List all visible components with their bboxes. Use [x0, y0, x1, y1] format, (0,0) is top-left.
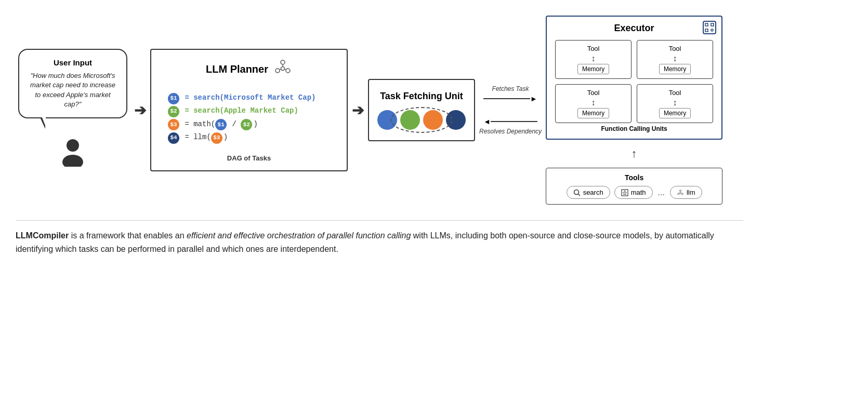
tool-memory-unit-1: Tool ↕ Memory	[555, 40, 632, 79]
svg-point-1	[62, 155, 83, 167]
tfu-title: Task Fetching Unit	[377, 90, 466, 102]
molecule-icon	[273, 58, 292, 80]
tool-grid: Tool ↕ Memory Tool ↕ Memory Tool ↕ Memor…	[555, 40, 713, 123]
user-input-section: User Input "How much does Microsoft's ma…	[16, 49, 130, 171]
code-line-3: $3 = math($1 / $2)	[168, 118, 330, 131]
svg-rect-11	[705, 29, 708, 32]
tool-memory-arrow-3: ↕	[560, 99, 627, 107]
tool-search: search	[567, 186, 610, 199]
dots-separator: ...	[657, 188, 666, 197]
math-icon	[621, 189, 628, 196]
var3-circle: $3	[168, 119, 179, 130]
code-line-1: $1 = search(Microsoft Market Cap)	[168, 91, 330, 104]
svg-point-2	[281, 60, 285, 64]
svg-point-24	[681, 193, 683, 194]
tfu-executor-arrows: Fetches Task ► ◄ Resolves Dependency	[479, 85, 542, 135]
memory-label-2: Memory	[659, 64, 691, 74]
user-avatar	[60, 138, 86, 171]
resolves-dependency-label: Resolves Dependency	[479, 128, 542, 135]
var4-circle: $4	[168, 132, 179, 144]
tools-box: Tools search	[546, 168, 722, 205]
svg-point-4	[286, 69, 290, 73]
tools-title: Tools	[554, 173, 715, 182]
bottom-description: LLMCompiler is a framework that enables …	[16, 220, 743, 255]
var2-circle: $2	[168, 106, 179, 117]
dashed-circle	[390, 107, 453, 133]
fetches-arrow-head: ►	[530, 95, 537, 103]
tool-memory-arrow-2: ↕	[641, 55, 708, 63]
arrow-user-to-planner: ➔	[134, 102, 146, 119]
user-input-title: User Input	[29, 58, 117, 67]
svg-point-23	[677, 193, 679, 194]
var1-circle: $1	[168, 93, 179, 104]
svg-point-3	[275, 69, 280, 73]
fcu-label: Function Calling Units	[555, 125, 713, 132]
main-diagram: User Input "How much does Microsoft's ma…	[16, 16, 852, 205]
fetches-task-label: Fetches Task	[492, 85, 529, 92]
up-arrow-icon: ↑	[632, 147, 637, 160]
dag-label: DAG of Tasks	[162, 154, 336, 162]
tfu-box: Task Fetching Unit	[368, 79, 475, 141]
tool-memory-unit-3: Tool ↕ Memory	[555, 84, 632, 123]
description-text1: is a framework that enables an	[69, 231, 187, 240]
executor-title: Executor	[555, 23, 713, 34]
llm-planner-box: LLM Planner $1 = search(Microsoft Market…	[150, 49, 348, 171]
description-bold: LLMCompiler	[16, 231, 69, 240]
llm-icon	[677, 189, 684, 196]
user-input-quote: "How much does Microsoft's market cap ne…	[29, 71, 117, 109]
svg-rect-10	[711, 23, 714, 26]
tool-llm: llm	[670, 186, 702, 199]
tool-memory-arrow-1: ↕	[560, 55, 627, 63]
tool-memory-unit-2: Tool ↕ Memory	[637, 40, 713, 79]
tool-label-2: Tool	[641, 45, 708, 52]
svg-line-14	[578, 194, 580, 196]
llm-label: llm	[687, 188, 695, 196]
resolves-arrow-line	[491, 121, 537, 122]
dag-code: $1 = search(Microsoft Market Cap) $2 = s…	[162, 86, 336, 149]
tool-math: math	[614, 186, 653, 199]
svg-point-12	[711, 29, 713, 31]
code-line-2: $2 = search(Apple Market Cap)	[168, 104, 330, 117]
llm-planner-title: LLM Planner	[206, 63, 268, 75]
tool-label-1: Tool	[560, 45, 627, 52]
code-line-4: $4 = llm($3)	[168, 131, 330, 144]
memory-label-3: Memory	[577, 108, 609, 118]
fetches-arrow-line	[483, 98, 530, 99]
tool-label-4: Tool	[641, 89, 708, 97]
svg-point-5	[281, 67, 285, 71]
person-icon	[60, 138, 86, 171]
resolves-arrow-head: ◄	[483, 117, 491, 126]
executor-tools-arrow: ↑	[546, 147, 722, 160]
speech-bubble: User Input "How much does Microsoft's ma…	[18, 49, 127, 118]
memory-label-4: Memory	[659, 108, 691, 118]
svg-point-0	[67, 139, 79, 152]
memory-label-1: Memory	[577, 64, 609, 74]
svg-point-13	[574, 190, 578, 194]
description-italic: efficient and effective orchestration of…	[187, 231, 411, 240]
svg-point-25	[679, 192, 681, 194]
search-icon	[573, 189, 581, 196]
svg-rect-9	[705, 23, 708, 26]
math-label: math	[631, 188, 646, 196]
tool-memory-arrow-4: ↕	[641, 99, 708, 107]
scan-icon	[703, 21, 716, 34]
executor-box: Executor Tool ↕ Memory Tool	[546, 16, 722, 140]
search-label: search	[583, 188, 603, 196]
tfu-circles	[377, 110, 466, 130]
tool-label-3: Tool	[560, 89, 627, 97]
svg-point-22	[679, 190, 681, 191]
executor-section: Executor Tool ↕ Memory Tool	[546, 16, 722, 205]
tools-items: search math ...	[554, 186, 715, 199]
arrow-planner-to-tfu: ➔	[352, 102, 364, 119]
tool-memory-unit-4: Tool ↕ Memory	[637, 84, 713, 123]
llm-planner-header: LLM Planner	[162, 58, 336, 80]
